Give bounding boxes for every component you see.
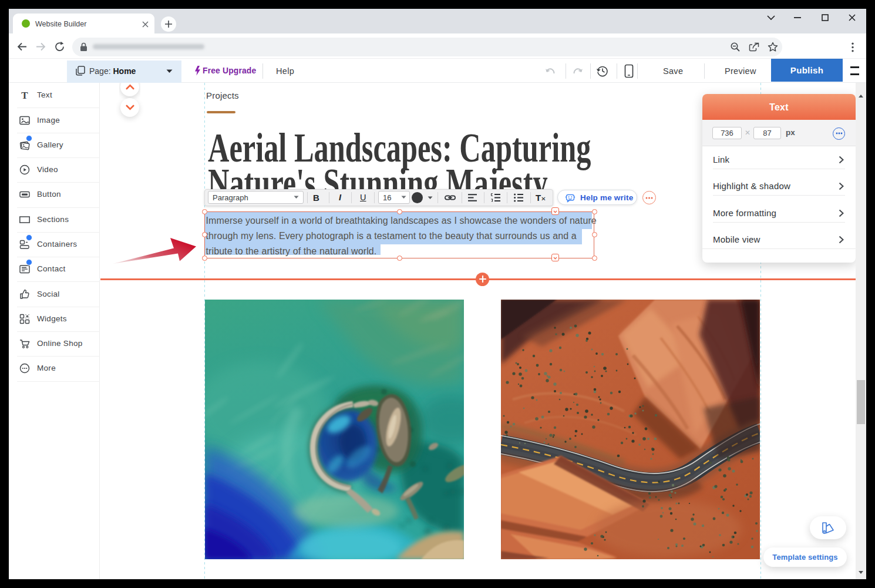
svg-text:T: T (21, 90, 28, 100)
